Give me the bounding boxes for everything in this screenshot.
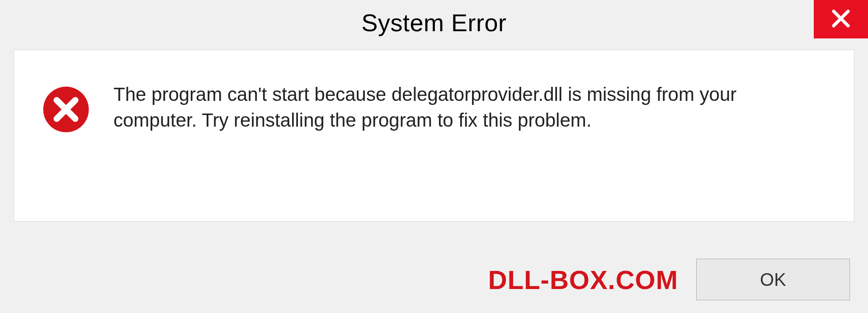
- content-panel: The program can't start because delegato…: [14, 50, 854, 222]
- error-message: The program can't start because delegato…: [113, 82, 827, 133]
- close-icon: [830, 8, 852, 31]
- ok-button[interactable]: OK: [696, 259, 850, 300]
- close-button[interactable]: [814, 0, 868, 38]
- titlebar: System Error: [0, 0, 868, 45]
- dialog-title: System Error: [361, 9, 506, 37]
- error-icon: [41, 85, 91, 134]
- watermark-text: DLL-BOX.COM: [488, 265, 678, 295]
- error-dialog: System Error The program can't start bec…: [0, 0, 868, 313]
- footer: DLL-BOX.COM OK: [18, 259, 850, 300]
